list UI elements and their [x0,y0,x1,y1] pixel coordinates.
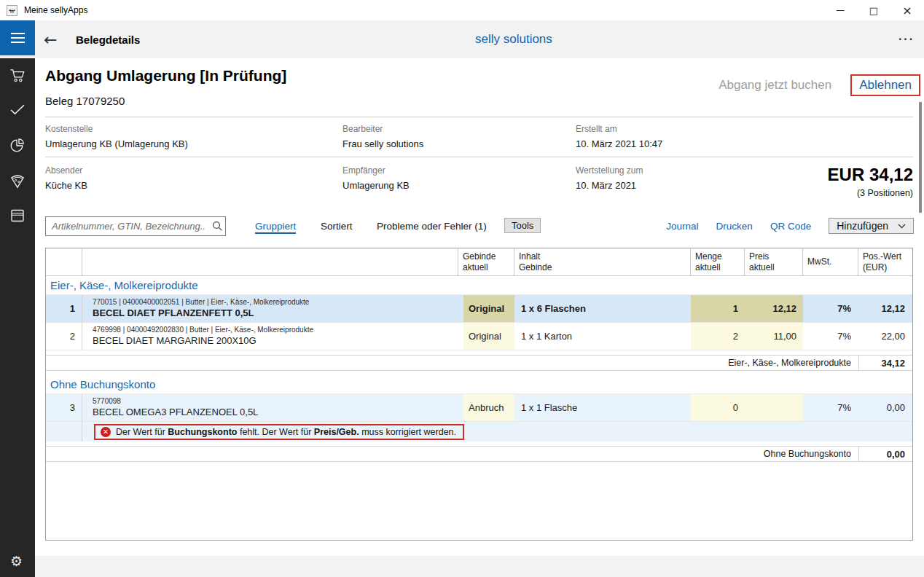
nav-sidebar: ⚙ [0,58,35,577]
row-number: 3 [46,394,82,422]
search-input[interactable] [46,221,209,232]
more-options-icon[interactable]: ··· [898,20,915,58]
field-bearbeiter: Bearbeiter Frau selly solutions [342,124,423,149]
preis-cell[interactable]: 11,00 [745,323,803,350]
reject-button-label: Ablehnen [859,78,912,92]
journal-link[interactable]: Journal [666,221,698,232]
mwst-cell: 7% [803,295,858,323]
gebinde-cell[interactable]: Anbruch [463,394,514,421]
col-header-menge: Menge aktuell [691,248,745,276]
window-controls: — □ × [823,0,924,20]
qr-code-link[interactable]: QR Code [770,221,811,232]
search-icon[interactable] [209,221,225,232]
total-amount: EUR 34,12 [828,165,913,185]
subtotal-value: 0,00 [858,446,912,462]
col-header-artikel [82,248,458,276]
col-header-preis: Preis aktuell [745,248,803,276]
filter-probleme[interactable]: Probleme oder Fehler (1) [377,221,487,232]
row-number: 1 [46,295,82,323]
position-count: (3 Positionen) [828,188,913,198]
menge-cell[interactable]: 0 [691,394,745,421]
vertical-scrollbar[interactable] [919,102,922,213]
minimize-icon[interactable]: — [823,0,857,20]
field-absender: Absender Küche KB [45,165,87,191]
poswert-cell: 0,00 [858,394,912,422]
search-box [45,216,226,236]
book-now-button[interactable]: Abgang jetzt buchen [719,78,831,93]
validation-error-box: ✕ Der Wert für Buchungskonto fehlt. Der … [94,424,464,440]
col-header-num [46,248,82,276]
table-row-article[interactable]: 770015 | 04000400002051 | Butter | Eier-… [82,295,458,323]
field-kostenstelle: Kostenstelle Umlagerung KB (Umlagerung K… [45,124,188,149]
table-row-article[interactable]: 4769998 | 04000492002830 | Butter | Eier… [82,323,458,350]
gebinde-cell[interactable]: Original [463,295,514,322]
col-header-gebinde: Gebinde aktuell [458,248,514,276]
document-total: EUR 34,12 (3 Positionen) [828,165,913,198]
gebinde-cell[interactable]: Original [463,323,514,350]
article-name: BECEL OMEGA3 PFLANZENOEL 0,5L [93,407,258,418]
row-number: 2 [46,323,82,350]
maximize-icon[interactable]: □ [857,0,890,20]
reject-button[interactable]: Ablehnen [850,74,920,96]
main-content: Abgang Umlagerung [In Prüfung] Beleg 170… [35,58,924,556]
menge-cell[interactable]: 1 [691,295,745,322]
document-title: Abgang Umlagerung [In Prüfung] [45,67,286,85]
article-meta: 4769998 | 04000492002830 | Butter | Eier… [93,326,313,334]
drucken-link[interactable]: Drucken [716,221,753,232]
document-number: Beleg 17079250 [45,95,125,107]
group-header: Eier-, Käse-, Molkereiprodukte [46,276,912,295]
book-icon[interactable] [9,208,26,224]
table-row-article[interactable]: 5770098 BECEL OMEGA3 PFLANZENOEL 0,5L [82,394,458,422]
inhalt-cell: 1 x 1 Flasche [514,394,691,422]
hamburger-menu-icon[interactable] [0,20,35,55]
subtotal-value: 34,12 [858,355,912,371]
close-icon[interactable]: × [890,0,924,20]
col-header-poswert: Pos.-Wert (EUR) [858,248,912,276]
positions-table: Gebinde aktuell Inhalt Gebinde Menge akt… [45,248,913,541]
pizza-icon[interactable] [9,173,26,189]
error-message: Der Wert für Buchungskonto fehlt. Der We… [116,427,456,437]
cart-icon[interactable] [9,68,26,84]
filter-sortiert[interactable]: Sortiert [321,221,353,232]
error-row: ✕ Der Wert für Buchungskonto fehlt. Der … [82,422,912,441]
divider [45,157,913,157]
toolbar-right: Journal Drucken QR Code Hinzufügen [666,218,914,234]
filter-gruppiert[interactable]: Gruppiert [255,221,296,234]
error-icon: ✕ [101,427,111,437]
preis-cell[interactable] [745,394,803,421]
col-header-inhalt: Inhalt Gebinde [514,248,691,276]
inhalt-cell: 1 x 6 Flaschen [514,295,691,323]
pie-chart-icon[interactable] [9,138,26,154]
group-header: Ohne Buchungskonto [46,375,912,394]
subtotal-label: Eier-, Käse-, Molkereiprodukte [46,355,858,371]
brand-title: selly solutions [475,20,552,58]
subtotal-label: Ohne Buchungskonto [46,446,858,462]
mwst-cell: 7% [803,394,858,422]
list-toolbar: Gruppiert Sortiert Probleme oder Fehler … [45,216,914,238]
inhalt-cell: 1 x 1 Karton [514,323,691,350]
menge-cell[interactable]: 2 [691,323,745,350]
col-header-mwst: MwSt. [803,248,858,276]
divider [45,117,913,117]
article-name: BECEL DIAET MARGARINE 200X10G [93,335,257,347]
preis-cell[interactable]: 12,12 [745,295,803,322]
bottom-strip [35,556,924,577]
app-bar: ← Belegdetails selly solutions ··· [0,20,924,58]
check-icon[interactable] [9,103,26,119]
chevron-down-icon [898,224,906,229]
window-titlebar: w Meine sellyApps — □ × [0,0,924,20]
header-actions: Abgang jetzt buchen Ablehnen [719,74,920,96]
poswert-cell: 12,12 [858,295,912,323]
table-empty-area [46,462,912,539]
settings-gear-icon[interactable]: ⚙ [10,553,26,569]
back-icon[interactable]: ← [44,20,57,58]
field-empfaenger: Empfänger Umlagerung KB [342,165,410,191]
field-wertstellung: Wertstellung zum 10. März 2021 [576,165,643,191]
field-erstellt-am: Erstellt am 10. März 2021 10:47 [576,124,662,149]
poswert-cell: 22,00 [858,323,912,350]
app-icon: w [7,5,17,16]
tools-button[interactable]: Tools [504,218,541,233]
window-title: Meine sellyApps [24,5,87,15]
hinzufuegen-label: Hinzufügen [837,220,888,232]
hinzufuegen-button[interactable]: Hinzufügen [829,218,914,234]
